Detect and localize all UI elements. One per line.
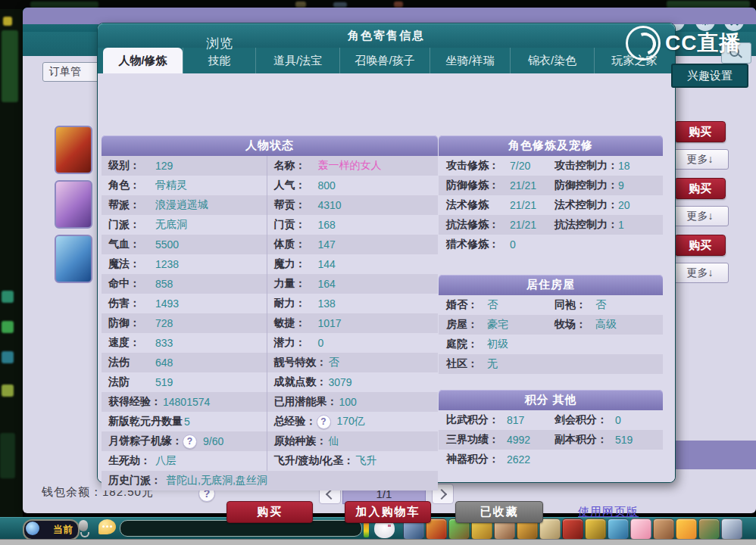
status-value: 144 [318,258,336,270]
status-row: 潜力：0 [267,333,438,353]
stat-label: 攻击控制力： [555,159,618,173]
stat-value: 否 [487,298,498,312]
stat-value: 无 [487,357,498,371]
bell-icon[interactable] [585,519,606,540]
stat-label: 攻击修炼： [446,159,510,173]
status-value: 728 [155,317,173,329]
status-row: 靓号特效：否 [267,353,438,372]
stat-label: 防御控制力： [555,179,618,192]
peach-icon[interactable] [630,519,651,540]
stat-value: 否 [595,298,606,312]
status-label: 已用潜能果： [274,395,338,409]
stat-row: 三界功绩：4992副本积分：519 [439,430,663,450]
stat-value: 1 [618,219,624,231]
tab-0[interactable]: 人物/修炼 [103,48,183,73]
stat-value: 豪宅 [487,318,508,332]
stat-row: 房屋：豪宅牧场：高级 [439,315,663,335]
status-value: 833 [155,337,173,349]
stat-value: 7/20 [510,160,530,172]
status-value: 浪漫逍遥城 [155,198,208,212]
cc-live-logo-icon [626,26,661,61]
status-value: 否 [329,356,339,369]
blue-prince-avatar[interactable] [55,235,92,283]
smiley-icon[interactable] [676,519,697,540]
listing-more-button-2[interactable]: 更多↓ [671,263,729,283]
stat-pair: 神器积分：2622 [446,453,555,466]
status-label: 名称： [274,159,317,173]
listing-more-button-1[interactable]: 更多↓ [671,206,729,226]
book-icon[interactable] [608,519,629,540]
stat-pair: 法术修炼21/21 [446,198,555,212]
help-icon[interactable]: ? [317,415,331,429]
status-label: 敏捷： [274,316,317,330]
listing-more-button-0[interactable]: 更多↓ [671,149,729,170]
status-row: 生死劫：八层 [102,451,267,471]
stat-value: 2622 [507,453,530,466]
stat-value: 817 [507,414,524,426]
listing-buy-button-1[interactable]: 购买 [674,178,726,199]
status-value: 164 [318,278,336,290]
status-row: 魔法：1238 [102,254,267,274]
chat-bubble-icon[interactable] [98,519,116,534]
stat-pair: 法术控制力：20 [555,198,663,212]
stat-label: 房屋： [446,318,487,332]
web-version-link[interactable]: 使用网页版 [578,505,639,519]
buy-button[interactable]: 购买 [226,501,313,523]
status-value: 轰一样的女人 [318,159,382,173]
tab-4[interactable]: 坐骑/祥瑞 [430,48,510,73]
status-row: 命中：858 [102,274,267,294]
history-value: 普陀山,无底洞,盘丝洞 [166,474,267,487]
status-value: 138 [318,297,336,310]
stat-value: 0 [615,414,621,426]
stat-label: 抗法修炼： [446,218,510,232]
status-row: 法防519 [102,372,267,392]
channel-icon [26,522,39,535]
status-row: 已用潜能果：100 [267,392,438,412]
tab-3[interactable]: 召唤兽/孩子 [339,48,430,73]
favorited-button[interactable]: 已收藏 [455,501,543,523]
status-panel-title: 人物状态 [102,135,438,156]
bottom-strip [0,539,756,545]
listing-buy-button-0[interactable]: 购买 [674,121,726,142]
status-row: 成就点数：3079 [267,372,438,392]
stat-value: 18 [618,160,630,172]
stat-label: 同袍： [555,298,595,312]
stat-pair: 攻击控制力：18 [555,159,663,173]
add-to-cart-button[interactable]: 加入购物车 [345,501,431,523]
tab-2[interactable]: 道具/法宝 [255,48,339,73]
stat-pair: 副本积分：519 [555,433,663,447]
status-row: 敏捷：1017 [267,313,438,333]
microphone-icon[interactable] [79,520,88,531]
status-value: 飞升 [355,454,376,468]
stat-value: 0 [510,238,516,251]
purple-fairy-avatar[interactable] [55,180,92,229]
pouch-icon[interactable] [562,519,583,540]
status-value: 14801574 [163,396,210,408]
status-label: 命中： [108,277,154,291]
nav-browse-tab[interactable]: 浏览 [206,35,233,52]
current-channel-label: 当前 [53,523,73,537]
stat-pair: 攻击修炼：7/20 [446,159,555,173]
status-row: 速度：833 [102,333,267,353]
status-row: 门派：无底洞 [102,215,267,235]
interest-settings-button[interactable]: 兴趣设置 [671,64,748,88]
help-icon[interactable]: ? [183,434,197,449]
red-warrior-avatar[interactable] [55,126,92,174]
c-card-icon[interactable] [698,519,720,540]
status-row: 人气：800 [267,176,438,195]
status-label: 生死劫： [108,454,154,468]
current-channel-button[interactable]: 当前 [23,519,80,540]
status-row: 名称：轰一样的女人 [267,156,438,176]
listing-buy-button-2[interactable]: 购买 [674,235,726,256]
status-label: 耐力： [274,297,317,310]
status-value: 3079 [329,376,352,388]
stat-pair: 牧场：高级 [555,318,663,332]
stat-row: 抗法修炼：21/21抗法控制力：1 [439,215,663,235]
status-row: 力量：164 [267,274,438,294]
status-value: 仙 [329,434,339,448]
tab-5[interactable]: 锦衣/染色 [510,48,594,73]
stat-value: 519 [615,434,633,446]
stat-pair: 房屋：豪宅 [446,318,555,332]
knot-icon[interactable] [653,519,674,540]
monitor-icon[interactable] [721,519,742,540]
